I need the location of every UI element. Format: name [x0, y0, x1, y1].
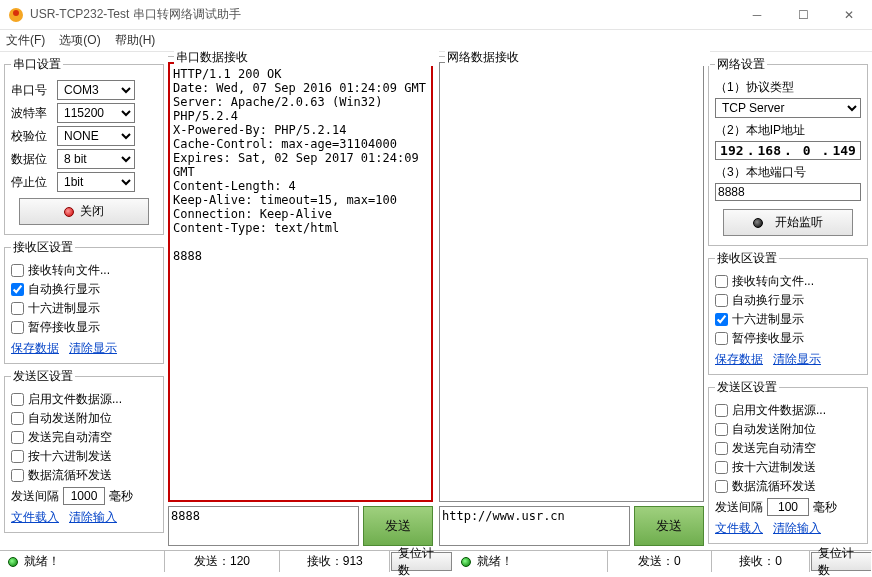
r-clear-display-link[interactable]: 清除显示 [773, 351, 821, 368]
baud-select[interactable]: 115200 [57, 103, 135, 123]
net-port-label: （3）本地端口号 [715, 164, 861, 181]
menu-file[interactable]: 文件(F) [6, 32, 45, 49]
r-recv-to-file-check[interactable] [715, 275, 728, 288]
minimize-button[interactable]: ─ [734, 0, 780, 30]
recv-settings-right: 接收区设置 接收转向文件... 自动换行显示 十六进制显示 暂停接收显示 保存数… [708, 250, 868, 375]
auto-wrap-check[interactable] [11, 283, 24, 296]
ip-label: （2）本地IP地址 [715, 122, 861, 139]
maximize-button[interactable]: ☐ [780, 0, 826, 30]
clear-after-check[interactable] [11, 431, 24, 444]
r-file-src-check[interactable] [715, 404, 728, 417]
stopbits-label: 停止位 [11, 174, 53, 191]
r-pause-recv-check[interactable] [715, 332, 728, 345]
r-interval-input[interactable] [767, 498, 809, 516]
serial-settings: 串口设置 串口号COM3 波特率115200 校验位NONE 数据位8 bit … [4, 56, 164, 235]
hex-display-check[interactable] [11, 302, 24, 315]
r-hex-display-check[interactable] [715, 313, 728, 326]
interval-input[interactable] [63, 487, 105, 505]
serial-send-input[interactable]: 8888 [168, 506, 359, 546]
clear-input-link[interactable]: 清除输入 [69, 509, 117, 526]
net-recv-count: 接收：0 [712, 551, 810, 572]
title-bar: USR-TCP232-Test 串口转网络调试助手 ─ ☐ ✕ [0, 0, 872, 30]
menu-options[interactable]: 选项(O) [59, 32, 100, 49]
status-ready-2: 就绪！ [477, 553, 513, 570]
send-settings-left: 发送区设置 启用文件数据源... 自动发送附加位 发送完自动清空 按十六进制发送… [4, 368, 164, 533]
r-loop-send-check[interactable] [715, 480, 728, 493]
stopbits-select[interactable]: 1bit [57, 172, 135, 192]
net-send-count: 发送：0 [608, 551, 712, 572]
net-port-input[interactable] [715, 183, 861, 201]
serial-recv-box[interactable]: HTTP/1.1 200 OK Date: Wed, 07 Sep 2016 0… [168, 62, 433, 502]
clear-display-link[interactable]: 清除显示 [69, 340, 117, 357]
recv-settings-left: 接收区设置 接收转向文件... 自动换行显示 十六进制显示 暂停接收显示 保存数… [4, 239, 164, 364]
pause-recv-check[interactable] [11, 321, 24, 334]
status-dot-icon-2 [461, 557, 471, 567]
net-send-button[interactable]: 发送 [634, 506, 704, 546]
serial-send-count: 发送：120 [165, 551, 281, 572]
auto-extra-check[interactable] [11, 412, 24, 425]
save-data-link[interactable]: 保存数据 [11, 340, 59, 357]
send-settings-right: 发送区设置 启用文件数据源... 自动发送附加位 发送完自动清空 按十六进制发送… [708, 379, 868, 544]
close-serial-button[interactable]: 关闭 [19, 198, 149, 225]
port-select[interactable]: COM3 [57, 80, 135, 100]
databits-label: 数据位 [11, 151, 53, 168]
net-recv-label: 网络数据接收 [445, 49, 710, 66]
loop-send-check[interactable] [11, 469, 24, 482]
r-clear-input-link[interactable]: 清除输入 [773, 520, 821, 537]
listen-button[interactable]: 开始监听 [723, 209, 853, 236]
app-icon [8, 7, 24, 23]
r-hex-send-check[interactable] [715, 461, 728, 474]
serial-send-button[interactable]: 发送 [363, 506, 433, 546]
circle-icon [753, 218, 763, 228]
record-icon [64, 207, 74, 217]
r-file-load-link[interactable]: 文件载入 [715, 520, 763, 537]
baud-label: 波特率 [11, 105, 53, 122]
serial-recv-count: 接收：913 [280, 551, 390, 572]
close-window-button[interactable]: ✕ [826, 0, 872, 30]
databits-select[interactable]: 8 bit [57, 149, 135, 169]
net-settings: 网络设置 （1）协议类型 TCP Server （2）本地IP地址 192.16… [708, 56, 868, 246]
ip-input[interactable]: 192.168.0.149 [715, 141, 861, 160]
net-recv-box[interactable] [439, 62, 704, 502]
r-auto-extra-check[interactable] [715, 423, 728, 436]
file-src-check[interactable] [11, 393, 24, 406]
r-auto-wrap-check[interactable] [715, 294, 728, 307]
recv-to-file-check[interactable] [11, 264, 24, 277]
reset-count-button-left[interactable]: 复位计数 [391, 552, 452, 571]
proto-label: （1）协议类型 [715, 79, 861, 96]
svg-point-1 [13, 10, 19, 16]
status-bar: 就绪！ 发送：120 接收：913 复位计数 就绪！ 发送：0 接收：0 复位计… [0, 550, 872, 572]
port-label: 串口号 [11, 82, 53, 99]
serial-recv-label: 串口数据接收 [174, 49, 439, 66]
r-save-data-link[interactable]: 保存数据 [715, 351, 763, 368]
menu-help[interactable]: 帮助(H) [115, 32, 156, 49]
reset-count-button-right[interactable]: 复位计数 [811, 552, 871, 571]
status-ready: 就绪！ [24, 553, 60, 570]
net-send-input[interactable]: http://www.usr.cn [439, 506, 630, 546]
parity-label: 校验位 [11, 128, 53, 145]
status-dot-icon [8, 557, 18, 567]
proto-select[interactable]: TCP Server [715, 98, 861, 118]
file-load-link[interactable]: 文件载入 [11, 509, 59, 526]
hex-send-check[interactable] [11, 450, 24, 463]
serial-settings-legend: 串口设置 [11, 56, 63, 73]
parity-select[interactable]: NONE [57, 126, 135, 146]
r-clear-after-check[interactable] [715, 442, 728, 455]
